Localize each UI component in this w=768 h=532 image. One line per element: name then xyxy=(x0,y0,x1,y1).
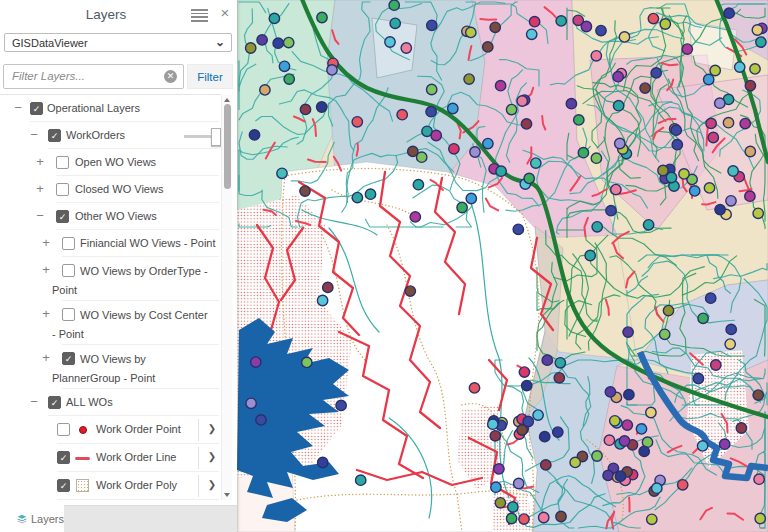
work-order-point-dot[interactable] xyxy=(426,107,436,117)
work-order-point-dot[interactable] xyxy=(495,498,505,508)
collapse-icon[interactable]: − xyxy=(34,208,46,223)
work-order-point-dot[interactable] xyxy=(652,483,662,493)
work-order-point-dot[interactable] xyxy=(336,400,346,410)
close-icon[interactable]: × xyxy=(217,4,233,21)
work-order-point-dot[interactable] xyxy=(613,101,623,111)
work-order-point-dot[interactable] xyxy=(658,165,668,175)
layer-checkbox[interactable] xyxy=(56,156,69,169)
work-order-point-dot[interactable] xyxy=(603,470,613,480)
work-order-point-dot[interactable] xyxy=(610,416,620,426)
work-order-point-dot[interactable] xyxy=(300,104,310,114)
map-view[interactable] xyxy=(237,0,768,532)
work-order-point-dot[interactable] xyxy=(427,20,437,30)
work-order-point-dot[interactable] xyxy=(466,193,476,203)
clear-filter-icon[interactable]: ✕ xyxy=(164,70,177,83)
work-order-point-dot[interactable] xyxy=(643,220,653,230)
work-order-point-dot[interactable] xyxy=(678,480,688,490)
work-order-point-dot[interactable] xyxy=(715,98,725,108)
chevron-right-icon[interactable]: ❯ xyxy=(202,451,221,462)
work-order-point-dot[interactable] xyxy=(277,168,287,178)
work-order-point-dot[interactable] xyxy=(401,43,411,53)
work-order-point-dot[interactable] xyxy=(284,74,294,84)
work-order-point-dot[interactable] xyxy=(457,202,467,212)
work-order-point-dot[interactable] xyxy=(720,439,730,449)
layer-checkbox[interactable] xyxy=(62,237,75,250)
work-order-point-dot[interactable] xyxy=(623,327,633,337)
work-order-point-dot[interactable] xyxy=(745,191,755,201)
work-order-point-dot[interactable] xyxy=(704,183,714,193)
work-order-point-dot[interactable] xyxy=(491,482,501,492)
work-order-point-dot[interactable] xyxy=(615,471,625,481)
work-order-point-dot[interactable] xyxy=(531,158,541,168)
work-order-point-dot[interactable] xyxy=(494,464,504,474)
layer-checkbox[interactable]: ✓ xyxy=(57,451,70,464)
work-order-point-dot[interactable] xyxy=(269,13,279,23)
expand-icon[interactable]: + xyxy=(40,262,52,277)
work-order-point-dot[interactable] xyxy=(585,250,595,260)
work-order-point-dot[interactable] xyxy=(448,103,458,113)
work-order-point-dot[interactable] xyxy=(682,44,692,54)
work-order-point-dot[interactable] xyxy=(246,43,256,53)
viewer-select[interactable]: GISDataViewer ⌄ xyxy=(4,33,232,52)
work-order-point-dot[interactable] xyxy=(581,21,591,31)
work-order-point-dot[interactable] xyxy=(619,32,629,42)
menu-icon[interactable] xyxy=(191,9,208,21)
work-order-point-dot[interactable] xyxy=(257,35,267,45)
work-order-point-dot[interactable] xyxy=(352,192,362,202)
work-order-point-dot[interactable] xyxy=(604,435,614,445)
work-order-point-dot[interactable] xyxy=(672,140,682,150)
work-order-point-dot[interactable] xyxy=(708,132,718,142)
work-order-point-dot[interactable] xyxy=(427,84,437,94)
work-order-point-dot[interactable] xyxy=(490,22,500,32)
work-order-point-dot[interactable] xyxy=(389,0,399,10)
work-order-point-dot[interactable] xyxy=(521,119,531,129)
work-order-point-dot[interactable] xyxy=(519,367,529,377)
scroll-up-icon[interactable] xyxy=(224,98,230,102)
work-order-point-dot[interactable] xyxy=(754,474,764,484)
work-order-point-dot[interactable] xyxy=(490,431,500,441)
work-order-point-dot[interactable] xyxy=(605,387,615,397)
work-order-point-dot[interactable] xyxy=(715,204,725,214)
work-order-point-dot[interactable] xyxy=(390,18,400,28)
work-order-point-dot[interactable] xyxy=(260,85,270,95)
work-order-point-dot[interactable] xyxy=(533,410,543,420)
work-order-point-dot[interactable] xyxy=(740,118,750,128)
work-order-point-dot[interactable] xyxy=(317,102,327,112)
work-order-point-dot[interactable] xyxy=(284,37,294,47)
work-order-point-dot[interactable] xyxy=(413,180,423,190)
work-order-point-dot[interactable] xyxy=(728,166,738,176)
collapse-icon[interactable]: − xyxy=(28,127,40,142)
work-order-point-dot[interactable] xyxy=(651,68,661,78)
work-order-point-dot[interactable] xyxy=(523,416,533,426)
work-order-point-dot[interactable] xyxy=(469,383,479,393)
work-order-point-dot[interactable] xyxy=(365,189,375,199)
work-order-point-dot[interactable] xyxy=(524,173,534,183)
work-order-point-dot[interactable] xyxy=(726,196,736,206)
work-order-point-dot[interactable] xyxy=(519,514,529,524)
work-order-point-dot[interactable] xyxy=(697,441,707,451)
work-order-point-dot[interactable] xyxy=(606,206,616,216)
work-order-point-dot[interactable] xyxy=(723,118,733,128)
work-order-point-dot[interactable] xyxy=(408,146,418,156)
layers-tab-button[interactable]: Layers xyxy=(0,505,64,532)
work-order-point-dot[interactable] xyxy=(646,407,656,417)
work-order-point-dot[interactable] xyxy=(615,138,625,148)
opacity-slider-handle[interactable] xyxy=(211,128,221,146)
work-order-point-dot[interactable] xyxy=(570,457,580,467)
work-order-point-dot[interactable] xyxy=(553,427,563,437)
work-order-point-dot[interactable] xyxy=(706,118,716,128)
work-order-point-dot[interactable] xyxy=(711,360,721,370)
work-order-point-dot[interactable] xyxy=(611,184,621,194)
work-order-point-dot[interactable] xyxy=(506,104,516,114)
work-order-point-dot[interactable] xyxy=(539,512,549,522)
work-order-point-dot[interactable] xyxy=(648,13,658,23)
work-order-point-dot[interactable] xyxy=(483,42,493,52)
work-order-point-dot[interactable] xyxy=(613,72,623,82)
work-order-point-dot[interactable] xyxy=(725,339,735,349)
work-order-point-dot[interactable] xyxy=(529,17,539,27)
work-order-point-dot[interactable] xyxy=(508,502,518,512)
work-order-point-dot[interactable] xyxy=(660,329,670,339)
work-order-point-dot[interactable] xyxy=(640,83,650,93)
work-order-point-dot[interactable] xyxy=(273,38,283,48)
work-order-point-dot[interactable] xyxy=(755,513,765,523)
